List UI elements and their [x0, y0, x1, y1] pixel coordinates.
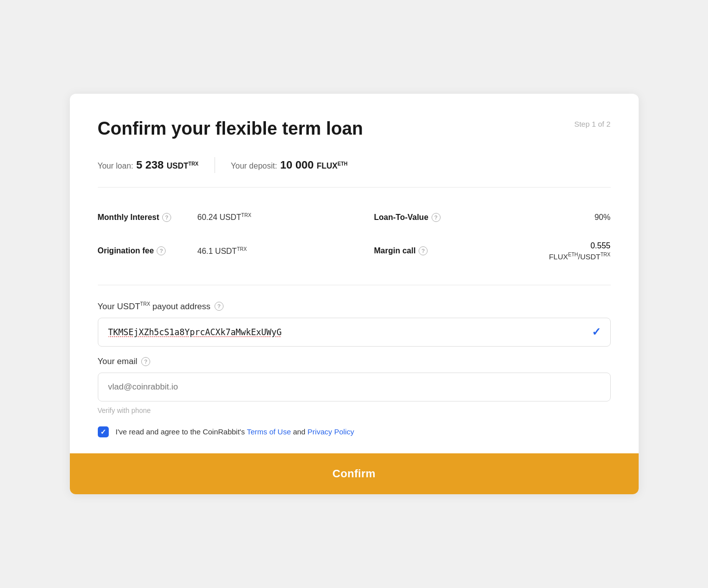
loan-currency: USDTTRX — [167, 161, 199, 171]
page-title: Confirm your flexible term loan — [98, 118, 363, 139]
privacy-policy-link[interactable]: Privacy Policy — [307, 427, 354, 436]
terms-of-use-link[interactable]: Terms of Use — [247, 427, 291, 436]
monthly-interest-value: 60.24 USDTTRX — [198, 212, 354, 222]
terms-text: I've read and agree to the CoinRabbit's … — [116, 427, 354, 436]
origination-fee-help-icon[interactable]: ? — [157, 246, 166, 255]
payout-label: Your USDTTRX payout address ? — [98, 301, 611, 312]
confirm-button[interactable]: Confirm — [70, 453, 639, 494]
vertical-divider — [215, 157, 215, 173]
checkbox-check-icon: ✓ — [100, 428, 106, 436]
address-wrapper: ✓ — [98, 318, 611, 347]
deposit-item: Your deposit: 10 000 FLUXETH — [231, 159, 348, 172]
details-grid: Monthly Interest ? 60.24 USDTTRX Loan-To… — [98, 203, 611, 285]
step-label: Step 1 of 2 — [574, 120, 611, 128]
email-help-icon[interactable]: ? — [141, 357, 150, 366]
monthly-interest-help-icon[interactable]: ? — [162, 213, 171, 222]
payout-address-section: Your USDTTRX payout address ? ✓ — [98, 301, 611, 347]
header-row: Confirm your flexible term loan Step 1 o… — [98, 118, 611, 139]
payout-address-input[interactable] — [98, 318, 611, 347]
loan-amount: 5 238 — [136, 159, 164, 172]
terms-checkbox[interactable]: ✓ — [98, 426, 109, 437]
margin-call-value: 0.555 FLUXETH/USDTTRX — [549, 240, 610, 262]
payout-label-text: Your USDTTRX payout address — [98, 301, 211, 312]
monthly-interest-row: Monthly Interest ? 60.24 USDTTRX — [98, 203, 354, 231]
loan-to-value-label: Loan-To-Value ? — [374, 213, 464, 222]
origination-fee-row: Origination fee ? 46.1 USDTTRX — [98, 231, 354, 271]
loan-to-value-row: Loan-To-Value ? 90% — [354, 203, 611, 231]
address-check-icon: ✓ — [592, 326, 601, 339]
margin-call-help-icon[interactable]: ? — [419, 246, 428, 255]
loan-summary: Your loan: 5 238 USDTTRX Your deposit: 1… — [98, 157, 611, 188]
loan-confirmation-card: Confirm your flexible term loan Step 1 o… — [70, 94, 639, 494]
terms-checkbox-row: ✓ I've read and agree to the CoinRabbit'… — [98, 426, 611, 437]
loan-to-value-help-icon[interactable]: ? — [432, 213, 441, 222]
loan-label: Your loan: — [98, 162, 133, 171]
deposit-currency: FLUXETH — [317, 161, 348, 171]
margin-call-row: Margin call ? 0.555 FLUXETH/USDTTRX — [354, 231, 611, 271]
payout-help-icon[interactable]: ? — [215, 302, 224, 311]
deposit-amount: 10 000 — [280, 159, 313, 172]
email-label: Your email ? — [98, 357, 611, 367]
email-section: Your email ? Verify with phone — [98, 357, 611, 414]
origination-fee-value: 46.1 USDTTRX — [198, 246, 354, 256]
origination-fee-label: Origination fee ? — [98, 246, 198, 255]
email-input[interactable] — [98, 373, 611, 401]
margin-call-label: Margin call ? — [374, 246, 464, 255]
deposit-label: Your deposit: — [231, 162, 277, 171]
monthly-interest-label: Monthly Interest ? — [98, 213, 198, 222]
margin-call-pair: FLUXETH/USDTTRX — [549, 251, 610, 262]
loan-to-value-value: 90% — [464, 213, 611, 222]
loan-item: Your loan: 5 238 USDTTRX — [98, 159, 199, 172]
verify-phone-link[interactable]: Verify with phone — [98, 406, 611, 414]
